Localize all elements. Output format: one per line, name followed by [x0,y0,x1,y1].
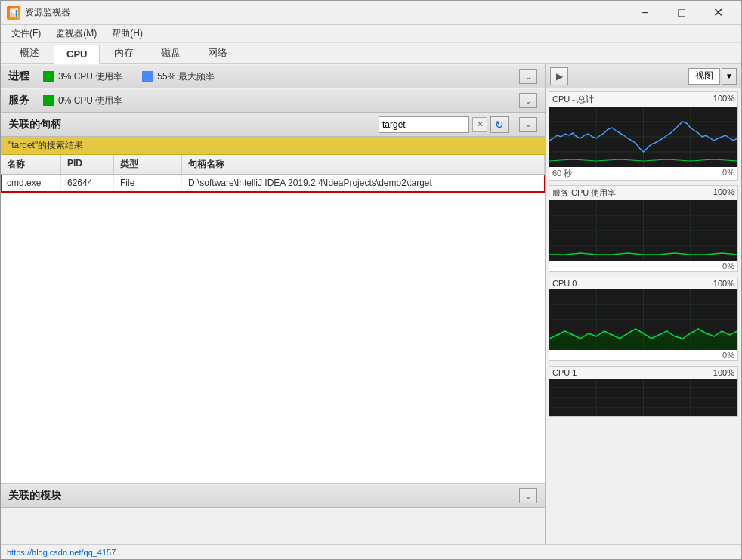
col-name: 名称 [1,155,61,174]
service-cpu-title-row: 服务 CPU 使用率 100% [549,186,737,200]
cpu0-bottom: 0% [549,350,737,360]
service-section-header[interactable]: 服务 0% CPU 使用率 ⌄ [1,88,545,113]
cpu1-chart: CPU 1 100% [549,366,738,417]
main-window: 📊 资源监视器 − □ ✕ 文件(F) 监视器(M) 帮助(H) 概述 CPU … [0,0,742,560]
row-type: File [114,175,182,191]
right-panel: ▶ 视图 ▼ CPU - 总计 100% [545,64,741,544]
main-content: 进程 3% CPU 使用率 55% 最大频率 ⌄ 服务 0% CPU 使用率 ⌄ [1,64,741,544]
row-pid: 62644 [61,175,114,191]
service-cpu-stat: 0% CPU 使用率 [58,94,122,107]
menu-bar: 文件(F) 监视器(M) 帮助(H) [1,25,741,43]
modules-title: 关联的模块 [8,489,61,503]
process-cpu-dot [43,71,54,82]
cpu-total-canvas [549,107,737,167]
service-cpu-dot [43,95,54,106]
maximize-button[interactable]: □ [664,4,699,22]
table-row[interactable]: cmd.exe 62644 File D:\software\IntelliJ … [1,175,545,192]
process-info: 3% CPU 使用率 55% 最大频率 [43,70,215,83]
process-cpu-stat: 3% CPU 使用率 [58,70,122,83]
tab-overview[interactable]: 概述 [7,42,52,63]
handles-table-container[interactable]: 名称 PID 类型 句柄名称 cmd.exe 62644 File D:\sof… [1,155,545,484]
cpu1-canvas [549,379,737,416]
search-go-button[interactable]: ↻ [490,116,509,133]
cpu1-title: CPU 1 [552,368,577,377]
cpu0-percent: 100% [713,279,734,288]
menu-file[interactable]: 文件(F) [5,26,47,42]
service-title: 服务 [8,94,29,107]
play-button[interactable]: ▶ [550,67,568,85]
table-header: 名称 PID 类型 句柄名称 [1,155,545,175]
cpu-total-title: CPU - 总计 [552,94,594,105]
cpu0-usage: 0% [722,351,734,360]
window-controls: − □ ✕ [628,4,735,22]
cpu-total-usage: 0% [722,168,734,179]
col-type: 类型 [114,155,182,174]
tab-network[interactable]: 网络 [195,42,240,63]
tab-memory[interactable]: 内存 [101,42,147,63]
cpu0-title-row: CPU 0 100% [549,277,737,289]
status-bar: https://blog.csdn.net/qq_4157... [1,544,741,559]
row-name: cmd.exe [1,175,61,191]
process-title: 进程 [8,70,29,83]
search-box: ✕ ↻ [379,116,509,133]
col-handle: 句柄名称 [182,155,545,174]
status-url: https://blog.csdn.net/qq_4157... [7,548,123,557]
cpu-total-chart: CPU - 总计 100% [549,91,738,181]
title-bar: 📊 资源监视器 − □ ✕ [1,1,741,25]
handles-header: 关联的句柄 ✕ ↻ ⌄ [1,113,545,137]
minimize-button[interactable]: − [628,4,663,22]
row-handle: D:\software\IntelliJ IDEA 2019.2.4\IdeaP… [182,175,545,191]
charts-area[interactable]: CPU - 总计 100% [546,88,741,544]
service-expand-button[interactable]: ⌄ [519,93,537,108]
handles-section: 关联的句柄 ✕ ↻ ⌄ "target"的搜索结果 名称 PID 类型 [1,113,545,484]
service-cpu-title: 服务 CPU 使用率 [552,187,616,199]
service-info: 0% CPU 使用率 [43,94,122,107]
service-cpu-usage: 0% [722,261,734,271]
process-freq-dot [142,71,153,82]
cpu0-chart: CPU 0 100% [549,277,738,361]
service-cpu-bottom: 0% [549,261,737,271]
right-panel-toolbar: ▶ 视图 ▼ [546,64,741,88]
search-clear-button[interactable]: ✕ [472,117,487,132]
menu-help[interactable]: 帮助(H) [106,26,149,42]
cpu-total-bottom: 60 秒 0% [549,167,737,180]
close-button[interactable]: ✕ [700,4,735,22]
view-dropdown: 视图 ▼ [688,68,737,85]
col-pid: PID [61,155,114,174]
search-results-label: "target"的搜索结果 [8,139,83,152]
app-icon: 📊 [7,6,20,20]
left-panel: 进程 3% CPU 使用率 55% 最大频率 ⌄ 服务 0% CPU 使用率 ⌄ [1,64,545,544]
modules-expand-button[interactable]: ⌄ [519,488,537,503]
handles-title: 关联的句柄 [8,118,61,131]
cpu-total-percent: 100% [713,94,734,105]
view-dropdown-arrow[interactable]: ▼ [722,68,737,85]
handles-expand-button[interactable]: ⌄ [519,117,537,132]
view-label: 视图 [688,68,720,85]
service-cpu-percent: 100% [713,187,734,199]
search-results-banner: "target"的搜索结果 [1,137,545,155]
modules-section: 关联的模块 ⌄ [1,484,545,544]
tab-disk[interactable]: 磁盘 [148,42,193,63]
menu-monitor[interactable]: 监视器(M) [50,26,103,42]
cpu-total-title-row: CPU - 总计 100% [549,92,737,107]
search-input[interactable] [379,116,469,133]
cpu-total-time: 60 秒 [552,168,572,179]
modules-header[interactable]: 关联的模块 ⌄ [1,484,545,508]
tab-bar: 概述 CPU 内存 磁盘 网络 [1,43,741,64]
cpu0-canvas [549,289,737,350]
tab-cpu[interactable]: CPU [54,45,100,64]
cpu0-title: CPU 0 [552,279,577,288]
service-cpu-chart: 服务 CPU 使用率 100% [549,185,738,272]
window-title: 资源监视器 [25,6,628,19]
process-section-header[interactable]: 进程 3% CPU 使用率 55% 最大频率 ⌄ [1,64,545,88]
cpu1-title-row: CPU 1 100% [549,367,737,379]
process-freq-stat: 55% 最大频率 [157,70,214,83]
cpu1-percent: 100% [713,368,734,377]
process-expand-button[interactable]: ⌄ [519,69,537,84]
service-cpu-canvas [549,200,737,261]
